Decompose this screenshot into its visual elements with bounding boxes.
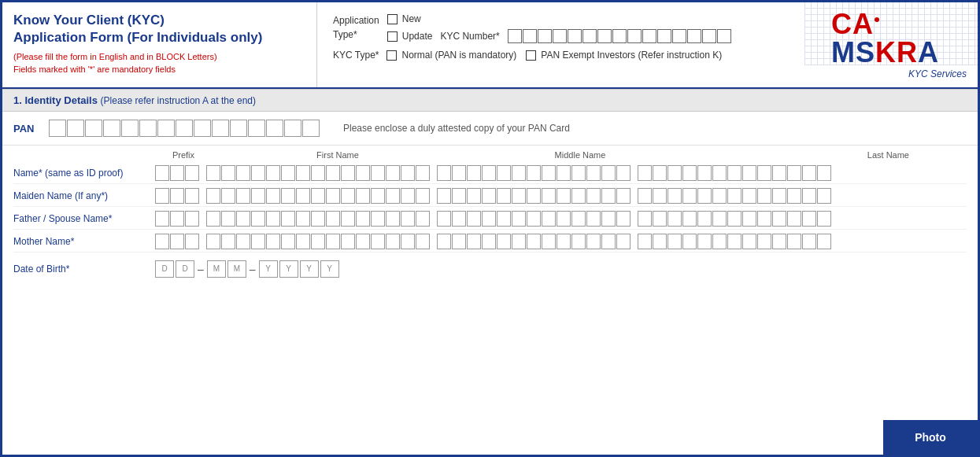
dob-d1[interactable]: D (155, 260, 174, 278)
name-column-headers: Prefix First Name Middle Name Last Name (155, 146, 967, 163)
kyc-box-1 (508, 29, 522, 43)
new-checkbox[interactable] (387, 14, 398, 24)
kyc-box-10 (642, 29, 656, 43)
pan-box-5[interactable] (121, 120, 139, 137)
pan-box-2[interactable] (67, 120, 84, 137)
father-spouse-label: Father / Spouse Name* (13, 210, 155, 227)
pan-box-1[interactable] (49, 120, 66, 137)
middlename-header: Middle Name (464, 150, 697, 160)
maiden-fname (206, 188, 434, 204)
pan-box-8[interactable] (176, 120, 193, 137)
maiden-prefix (155, 188, 203, 204)
dob-sep-2: – (250, 263, 256, 275)
pan-note: Please enclose a duly attested copy of y… (343, 123, 570, 134)
pan-label: PAN (13, 123, 41, 135)
mother-name-row: Mother Name* (13, 231, 967, 252)
fs-mname (437, 211, 634, 227)
dob-y1[interactable]: Y (259, 260, 278, 278)
maiden-name-row: Maiden Name (If any*) (13, 186, 967, 207)
father-spouse-row: Father / Spouse Name* (13, 208, 967, 230)
pan-box-4[interactable] (103, 120, 120, 137)
company-logo: CAMSKRA (831, 10, 967, 67)
dob-label: Date of Birth* (13, 264, 155, 275)
pan-boxes (49, 120, 320, 137)
header-right: CAMSKRA KYC Services (820, 2, 978, 87)
dob-d2[interactable]: D (176, 260, 194, 278)
mother-name-boxes (155, 234, 967, 249)
kyc-box-14 (702, 29, 716, 43)
kyc-type-label: KYC Type* (333, 50, 379, 61)
pan-exempt-checkbox[interactable] (526, 50, 536, 61)
photo-label: Photo (915, 431, 946, 444)
pan-box-9[interactable] (194, 120, 211, 137)
form-subtitle: (Please fill the form in English and in … (13, 51, 305, 76)
name-row-1-boxes (155, 165, 967, 181)
pan-box-14[interactable] (284, 120, 301, 137)
name-section: Prefix First Name Middle Name Last Name … (2, 146, 978, 284)
pan-box-3[interactable] (85, 120, 102, 137)
pan-box-15[interactable] (302, 120, 320, 137)
pan-box-11[interactable] (230, 120, 247, 137)
dob-sep-1: – (198, 263, 204, 275)
mother-mname (437, 234, 634, 249)
pan-box-6[interactable] (139, 120, 157, 137)
kyc-box-12 (672, 29, 686, 43)
dob-y4[interactable]: Y (320, 260, 339, 278)
father-spouse-boxes (155, 211, 967, 227)
mother-fname (206, 234, 434, 249)
dob-row: Date of Birth* D D – M M – Y Y Y Y (13, 254, 967, 284)
kyc-number-boxes (508, 29, 731, 43)
kyc-box-4 (553, 29, 567, 43)
kyc-box-9 (627, 29, 642, 43)
kyc-box-11 (657, 29, 671, 43)
firstname-header: First Name (212, 150, 464, 160)
pan-box-12[interactable] (248, 120, 265, 137)
pan-box-13[interactable] (266, 120, 283, 137)
kyc-box-3 (538, 29, 552, 43)
name-row-1: Name* (same as ID proof) (13, 163, 967, 184)
normal-checkbox[interactable] (386, 50, 397, 61)
form-title: Know Your Client (KYC) Application Form … (13, 12, 305, 46)
app-type-label: ApplicationType* (333, 13, 379, 42)
kyc-type-row: KYC Type* Normal (PAN is mandatory) PAN … (333, 50, 804, 61)
header-section: Know Your Client (KYC) Application Form … (2, 2, 978, 89)
pan-box-10[interactable] (212, 120, 229, 137)
name-row-1-prefix (155, 165, 203, 181)
kyc-box-7 (597, 29, 612, 43)
kyc-box-8 (612, 29, 627, 43)
mother-prefix (155, 234, 203, 249)
name-row-1-label: Name* (same as ID proof) (13, 164, 155, 182)
header-middle: ApplicationType* New Update KYC Number* (317, 2, 820, 87)
n1-p1[interactable] (155, 165, 169, 181)
maiden-name-label: Maiden Name (If any*) (13, 187, 155, 205)
dob-m1[interactable]: M (207, 260, 226, 278)
dob-y2[interactable]: Y (279, 260, 298, 278)
kyc-box-13 (687, 29, 701, 43)
new-label: New (402, 13, 421, 24)
kyc-number-label: KYC Number* (440, 31, 499, 42)
section1-title: 1. Identity Details (13, 94, 98, 106)
n1-p3[interactable] (185, 165, 199, 181)
n1-p2[interactable] (170, 165, 184, 181)
fs-lname (638, 211, 831, 227)
header-left: Know Your Client (KYC) Application Form … (2, 2, 317, 87)
pan-box-7[interactable] (157, 120, 175, 137)
fs-fname (206, 211, 434, 227)
update-label: Update (402, 31, 433, 42)
prefix-header: Prefix (155, 150, 212, 160)
app-type-options: New Update KYC Number* (387, 13, 731, 43)
kyc-services-label: KYC Services (908, 68, 967, 79)
update-checkbox[interactable] (387, 31, 398, 42)
name-row-1-lname (638, 165, 831, 181)
dob-m2[interactable]: M (227, 260, 246, 278)
lastname-header: Last Name (697, 150, 917, 160)
new-option-row: New (387, 13, 731, 24)
section1-header: 1. Identity Details (Please refer instru… (2, 89, 978, 112)
kyc-type-options: Normal (PAN is mandatory) PAN Exempt Inv… (386, 50, 722, 61)
dob-y3[interactable]: Y (300, 260, 319, 278)
fs-prefix (155, 211, 203, 227)
name-row-1-mname (437, 165, 634, 181)
photo-box: Photo (883, 420, 978, 455)
pan-row: PAN Please enclose a duly attested copy … (2, 112, 978, 146)
pan-exempt-label: PAN Exempt Investors (Refer instruction … (541, 50, 722, 61)
